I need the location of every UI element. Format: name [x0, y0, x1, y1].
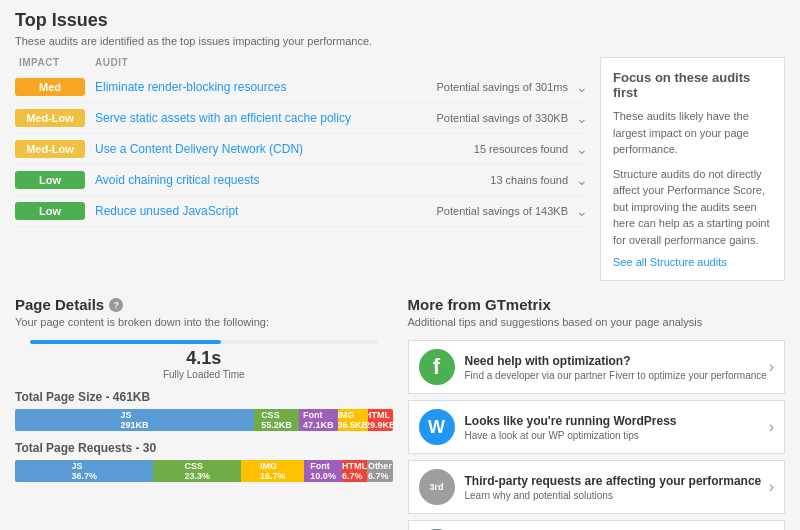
chevron-icon-0[interactable]: ⌄: [576, 79, 588, 95]
help-icon[interactable]: ?: [109, 298, 123, 312]
gtmetrix-item-2[interactable]: 3rd Third-party requests are affecting y…: [408, 460, 786, 514]
fiverr-icon: f: [419, 349, 455, 385]
issue-row: Med-Low Use a Content Delivery Network (…: [15, 134, 588, 165]
bar-js-req: JS36.7%: [15, 460, 153, 482]
bar-css-req: CSS23.3%: [153, 460, 241, 482]
focus-box: Focus on these audits first These audits…: [600, 57, 785, 281]
issues-table: IMPACT AUDIT Med Eliminate render-blocki…: [15, 57, 588, 281]
bar-other-req: Other6.7%: [367, 460, 392, 482]
gtmetrix-subtitle: Additional tips and suggestions based on…: [408, 316, 786, 328]
bar-img-size: IMG36.5KB: [338, 409, 368, 431]
chevron-icon-2[interactable]: ⌄: [576, 141, 588, 157]
gtmetrix-title-text: More from GTmetrix: [408, 296, 551, 313]
gtmetrix-title: More from GTmetrix: [408, 296, 786, 313]
page-details-title: Page Details: [15, 296, 104, 313]
third-party-icon: 3rd: [419, 469, 455, 505]
gtmetrix-item-3[interactable]: ⚙ Access Analysis Options with a GTmetri…: [408, 520, 786, 530]
speed-container: 4.1s Fully Loaded Time: [15, 340, 393, 380]
top-issues-subtitle: These audits are identified as the top i…: [15, 35, 785, 47]
issue-savings-4: Potential savings of 143KB: [437, 205, 576, 217]
speed-value: 4.1s: [15, 348, 393, 369]
page-details: Page Details ? Your page content is brok…: [15, 296, 393, 530]
issue-link-3[interactable]: Avoid chaining critical requests: [95, 173, 490, 187]
page-details-desc: Your page content is broken down into th…: [15, 316, 393, 328]
page-size-bar: JS291KB CSS55.2KB Font47.1KB IMG36.5KB H…: [15, 409, 393, 431]
focus-text-1: These audits likely have the largest imp…: [613, 108, 772, 158]
arrow-icon-0: ›: [769, 358, 774, 376]
gtmetrix-item-title-1: Looks like you're running WordPress: [465, 414, 769, 428]
focus-text-2: Structure audits do not directly affect …: [613, 166, 772, 249]
top-issues-section: Top Issues These audits are identified a…: [15, 10, 785, 281]
gtmetrix-item-title-2: Third-party requests are affecting your …: [465, 474, 769, 488]
bar-font-req: Font10.0%: [304, 460, 342, 482]
bar-js-size: JS291KB: [15, 409, 254, 431]
col-audit-header: AUDIT: [95, 57, 128, 68]
gtmetrix-item-title-0: Need help with optimization?: [465, 354, 769, 368]
bottom-section: Page Details ? Your page content is brok…: [15, 296, 785, 530]
issues-container: IMPACT AUDIT Med Eliminate render-blocki…: [15, 57, 785, 281]
gtmetrix-item-desc-2: Learn why and potential solutions: [465, 490, 769, 501]
issue-link-0[interactable]: Eliminate render-blocking resources: [95, 80, 437, 94]
bar-html-size: HTML29.9KB: [368, 409, 393, 431]
issue-row: Low Avoid chaining critical requests 13 …: [15, 165, 588, 196]
wordpress-icon: W: [419, 409, 455, 445]
issue-link-1[interactable]: Serve static assets with an efficient ca…: [95, 111, 437, 125]
gtmetrix-item-1[interactable]: W Looks like you're running WordPress Ha…: [408, 400, 786, 454]
impact-badge-low-3: Low: [15, 171, 85, 189]
page-size-title: Total Page Size - 461KB: [15, 390, 393, 404]
focus-title: Focus on these audits first: [613, 70, 772, 100]
speed-bar-fill: [30, 340, 221, 344]
issue-savings-3: 13 chains found: [490, 174, 576, 186]
impact-badge-med: Med: [15, 78, 85, 96]
issue-row: Low Reduce unused JavaScript Potential s…: [15, 196, 588, 227]
issue-row: Med-Low Serve static assets with an effi…: [15, 103, 588, 134]
issue-link-2[interactable]: Use a Content Delivery Network (CDN): [95, 142, 474, 156]
chevron-icon-4[interactable]: ⌄: [576, 203, 588, 219]
speed-bar-track: [30, 340, 378, 344]
impact-badge-medlow-1: Med-Low: [15, 109, 85, 127]
speed-label: Fully Loaded Time: [15, 369, 393, 380]
page-requests-bar: JS36.7% CSS23.3% IMG16.7% Font10.0% HTML…: [15, 460, 393, 482]
bar-img-req: IMG16.7%: [241, 460, 304, 482]
page-requests-title: Total Page Requests - 30: [15, 441, 393, 455]
issue-savings-1: Potential savings of 330KB: [437, 112, 576, 124]
bar-css-size: CSS55.2KB: [254, 409, 299, 431]
issue-row: Med Eliminate render-blocking resources …: [15, 72, 588, 103]
chevron-icon-3[interactable]: ⌄: [576, 172, 588, 188]
bar-font-size: Font47.1KB: [299, 409, 338, 431]
gtmetrix-item-desc-1: Have a look at our WP optimization tips: [465, 430, 769, 441]
col-impact-header: IMPACT: [15, 57, 95, 68]
chevron-icon-1[interactable]: ⌄: [576, 110, 588, 126]
bar-html-req: HTML6.7%: [342, 460, 367, 482]
impact-badge-low-4: Low: [15, 202, 85, 220]
top-issues-title: Top Issues: [15, 10, 785, 31]
focus-link[interactable]: See all Structure audits: [613, 256, 727, 268]
issue-savings-0: Potential savings of 301ms: [437, 81, 576, 93]
gtmetrix-more: More from GTmetrix Additional tips and s…: [408, 296, 786, 530]
arrow-icon-2: ›: [769, 478, 774, 496]
arrow-icon-1: ›: [769, 418, 774, 436]
impact-badge-medlow-2: Med-Low: [15, 140, 85, 158]
gtmetrix-item-0[interactable]: f Need help with optimization? Find a de…: [408, 340, 786, 394]
issue-savings-2: 15 resources found: [474, 143, 576, 155]
table-header: IMPACT AUDIT: [15, 57, 588, 68]
page-details-header: Page Details ?: [15, 296, 393, 313]
issue-link-4[interactable]: Reduce unused JavaScript: [95, 204, 437, 218]
gtmetrix-item-desc-0: Find a developer via our partner Fiverr …: [465, 370, 769, 381]
